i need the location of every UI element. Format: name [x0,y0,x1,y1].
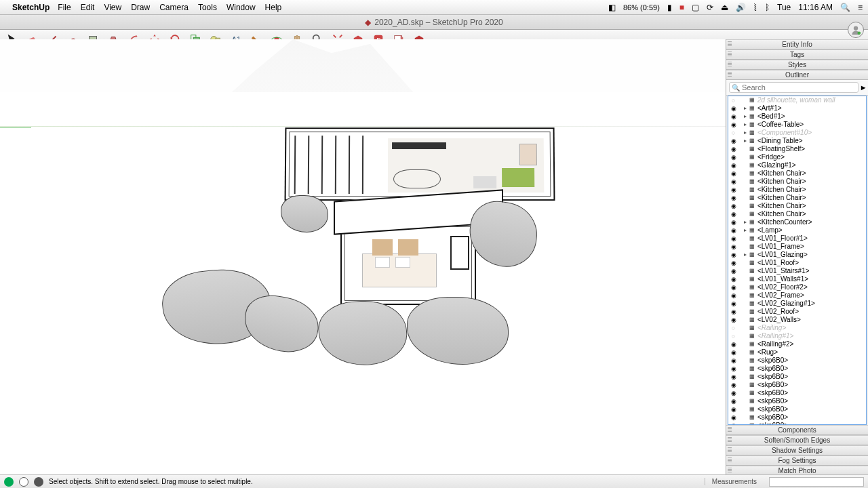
visibility-icon[interactable]: ◉ [730,121,737,129]
expand-icon[interactable] [744,218,749,226]
menubar-time[interactable]: 11:16 AM [798,3,833,12]
expand-icon[interactable] [744,121,749,129]
outliner-row[interactable]: ○▦<Railing#1> [728,332,866,340]
visibility-icon[interactable]: ◉ [730,413,737,422]
expand-icon[interactable] [744,113,749,121]
visibility-icon[interactable]: ◉ [730,113,737,121]
outliner-row[interactable]: ◉▦<Bed#1> [728,113,866,121]
outliner-row[interactable]: ◉▦<LV01_Walls#1> [728,275,866,283]
visibility-icon[interactable]: ◉ [730,210,737,218]
visibility-icon[interactable]: ◉ [730,202,737,210]
outliner-row[interactable]: ○▦2d silhouette, woman wall [728,96,866,104]
section-entity-info[interactable]: Entity Info [726,39,868,49]
visibility-icon[interactable]: ◉ [730,226,737,235]
visibility-icon[interactable]: ◉ [730,169,737,178]
menu-draw[interactable]: Draw [131,3,150,12]
outliner-row[interactable]: ◉▦<Lamp> [728,226,866,235]
menu-help[interactable]: Help [265,3,282,12]
visibility-icon[interactable]: ◉ [730,365,737,373]
battery-status[interactable]: 86% (0:59) [623,3,660,12]
outliner-row[interactable]: ◉▦<LV02_Roof> [728,308,866,316]
user-avatar[interactable] [848,22,864,38]
menu-tools[interactable]: Tools [198,3,217,12]
visibility-icon[interactable]: ◉ [730,373,737,381]
visibility-icon[interactable]: ◉ [730,259,737,267]
visibility-icon[interactable]: ◉ [730,348,737,357]
outliner-row[interactable]: ◉▦<LV01_Roof> [728,259,866,267]
visibility-icon[interactable]: ◉ [730,218,737,226]
visibility-icon[interactable]: ◉ [730,153,737,161]
outliner-row[interactable]: ◉▦<skp6B0> [728,405,866,413]
menu-window[interactable]: Window [226,3,256,12]
outliner-row[interactable]: ◉▦<skp6B0> [728,381,866,389]
outliner-row[interactable]: ○▦<Component#10> [728,129,866,137]
outliner-row[interactable]: ◉▦<LV02_Glazing#1> [728,300,866,308]
visibility-icon[interactable]: ◉ [730,104,737,113]
menu-camera[interactable]: Camera [159,3,189,12]
display-icon[interactable]: ▢ [692,3,699,12]
outliner-row[interactable]: ◉▦<skp6B0> [728,389,866,397]
outliner-row[interactable]: ◉▦<FloatingShelf> [728,145,866,153]
visibility-icon[interactable]: ◉ [730,194,737,202]
expand-icon[interactable] [744,251,749,259]
visibility-icon[interactable]: ○ [730,129,737,137]
outliner-row[interactable]: ◉▦<Fridge> [728,153,866,161]
outliner-row[interactable]: ◉▦<Kitchen Chair> [728,186,866,194]
menubar-day[interactable]: Tue [777,3,791,12]
volume-icon[interactable]: 🔊 [736,3,746,12]
battery-icon[interactable]: ▮ [667,3,672,12]
menu-view[interactable]: View [104,3,121,12]
spotlight-icon[interactable]: 🔍 [840,3,850,12]
section-styles[interactable]: Styles [726,60,868,70]
visibility-icon[interactable]: ◉ [730,308,737,316]
outliner-row[interactable]: ◉▦<LV02_Floor#2> [728,283,866,291]
visibility-icon[interactable]: ◉ [730,357,737,365]
outliner-row[interactable]: ◉▦<LV01_Floor#1> [728,235,866,243]
outliner-row[interactable]: ◉▦<Art#1> [728,104,866,113]
search-input[interactable] [729,82,859,93]
outliner-row[interactable]: ◉▦<Railing#2> [728,340,866,348]
geo-icon[interactable] [34,477,43,487]
visibility-icon[interactable]: ◉ [730,340,737,348]
section-shadow[interactable]: Shadow Settings [726,445,868,455]
visibility-icon[interactable]: ◉ [730,243,737,251]
section-outliner[interactable]: Outliner [726,70,868,80]
outliner-row[interactable]: ◉▦<Kitchen Chair> [728,210,866,218]
menubar-app-icon[interactable]: ◧ [608,3,616,12]
visibility-icon[interactable]: ◉ [730,381,737,389]
help-icon[interactable] [4,477,14,487]
outliner-row[interactable]: ◉▦<skp6B0> [728,397,866,405]
visibility-icon[interactable]: ◉ [730,283,737,291]
section-fog[interactable]: Fog Settings [726,455,868,466]
outliner-row[interactable]: ◉▦<LV01_Glazing> [728,251,866,259]
visibility-icon[interactable]: ◉ [730,235,737,243]
visibility-icon[interactable]: ◉ [730,300,737,308]
outliner-row[interactable]: ◉▦<skp6B0> [728,413,866,422]
visibility-icon[interactable]: ◉ [730,137,737,145]
outliner-row[interactable]: ◉▦<Rug> [728,348,866,357]
outliner-row[interactable]: ◉▦<Kitchen Chair> [728,194,866,202]
outliner-row[interactable]: ◉▦<skp6B0> [728,357,866,365]
visibility-icon[interactable]: ◉ [730,291,737,300]
outliner-row[interactable]: ◉▦<Coffee-Table> [728,121,866,129]
visibility-icon[interactable]: ◉ [730,316,737,324]
section-components[interactable]: Components [726,425,868,435]
visibility-icon[interactable]: ◉ [730,161,737,169]
outliner-row[interactable]: ◉▦<LV01_Stairs#1> [728,267,866,275]
outliner-row[interactable]: ◉▦<Kitchen Chair> [728,202,866,210]
bluetooth-icon[interactable]: ᛒ [765,3,770,12]
visibility-icon[interactable]: ◉ [730,145,737,153]
stop-icon[interactable]: ■ [679,3,684,12]
visibility-icon[interactable]: ◉ [730,389,737,397]
menu-file[interactable]: File [58,3,71,12]
visibility-icon[interactable]: ◉ [730,251,737,259]
app-name[interactable]: SketchUp [12,3,50,12]
visibility-icon[interactable]: ◉ [730,178,737,186]
visibility-icon[interactable]: ○ [730,332,737,340]
wifi-icon[interactable]: ⦚ [753,3,757,12]
expand-icon[interactable] [744,137,749,145]
visibility-icon[interactable]: ○ [730,96,737,104]
notification-icon[interactable]: ≡ [858,3,863,12]
expand-icon[interactable] [744,104,749,113]
sync-icon[interactable]: ⟳ [707,3,713,12]
